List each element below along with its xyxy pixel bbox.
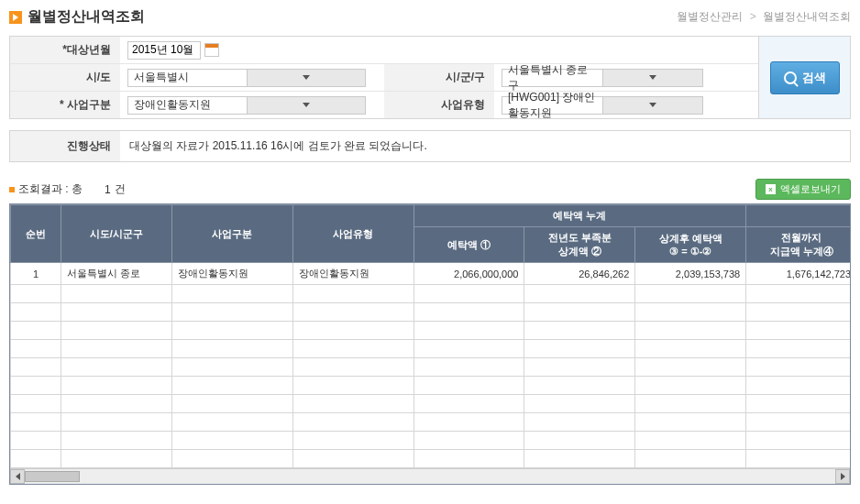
search-icon — [784, 71, 797, 84]
scroll-thumb[interactable] — [25, 471, 80, 482]
col-sido[interactable]: 시도/시군구 — [61, 205, 171, 263]
col-group-deposit: 예탁액 누계 — [413, 205, 746, 227]
cell-bizdiv: 장애인활동지원 — [171, 263, 292, 285]
scroll-right-icon[interactable] — [835, 469, 850, 484]
cell-offset: 26,846,262 — [524, 263, 635, 285]
chevron-down-icon — [247, 70, 366, 86]
search-button-label: 검색 — [802, 70, 826, 86]
table-row — [11, 358, 851, 377]
table-row — [11, 322, 851, 340]
col-after[interactable]: 상계후 예탁액 ③ = ①-② — [635, 227, 746, 263]
result-label: 조회결과 : 총 — [18, 181, 83, 197]
page-header: 월별정산내역조회 월별정산관리 > 월별정산내역조회 — [9, 7, 851, 27]
table-row[interactable]: 1 서울특별시 종로 장애인활동지원 장애인활동지원 2,066,000,000… — [11, 263, 851, 285]
export-label: 엑셀로보내기 — [780, 182, 841, 196]
cell-after: 2,039,153,738 — [635, 263, 746, 285]
chevron-down-icon — [602, 97, 703, 114]
horizontal-scrollbar[interactable] — [10, 468, 850, 484]
biz-type-select[interactable]: [HWG001] 장애인활동지원 — [502, 96, 703, 115]
sigungu-value: 서울특별시 종로구 — [502, 62, 602, 93]
calendar-icon[interactable] — [204, 43, 219, 57]
label-sigungu: 시/군/구 — [384, 64, 494, 91]
sido-select[interactable]: 서울특별시 — [127, 69, 366, 87]
breadcrumb-item[interactable]: 월별정산관리 — [677, 10, 743, 23]
search-button[interactable]: 검색 — [770, 61, 840, 94]
label-biz-div: * 사업구분 — [10, 92, 120, 118]
breadcrumb: 월별정산관리 > 월별정산내역조회 — [677, 9, 851, 25]
biz-type-value: [HWG001] 장애인활동지원 — [502, 90, 602, 121]
chevron-down-icon — [247, 97, 366, 114]
label-biz-type: 사업유형 — [384, 92, 494, 118]
chevron-down-icon — [602, 70, 703, 86]
table-row — [11, 377, 851, 395]
table-row — [11, 450, 851, 468]
breadcrumb-item: 월별정산내역조회 — [763, 10, 851, 23]
result-grid: 순번 시도/시군구 사업구분 사업유형 예탁액 누계 지 급 액 예탁액 ① 전… — [9, 203, 851, 485]
chevron-right-icon: > — [750, 10, 756, 23]
bullet-icon — [9, 187, 15, 192]
col-offset[interactable]: 전년도 부족분 상계액 ② — [524, 227, 635, 263]
target-ym-input[interactable] — [127, 41, 201, 60]
sigungu-select[interactable]: 서울특별시 종로구 — [502, 69, 703, 87]
col-group-payment: 지 급 액 — [746, 205, 850, 227]
table-row — [11, 395, 851, 413]
cell-biztype: 장애인활동지원 — [292, 263, 413, 285]
status-panel: 진행상태 대상월의 자료가 2015.11.16 16시에 검토가 완료 되었습… — [9, 130, 851, 162]
page-title: 월별정산내역조회 — [28, 7, 145, 27]
cell-sido: 서울특별시 종로 — [61, 263, 171, 285]
cell-seq: 1 — [11, 263, 61, 285]
result-unit: 건 — [115, 181, 126, 197]
sido-value: 서울특별시 — [128, 70, 247, 85]
table-row — [11, 432, 851, 450]
table-row — [11, 340, 851, 358]
cell-deposit: 2,066,000,000 — [413, 263, 524, 285]
col-prev[interactable]: 전월까지 지급액 누계④ — [746, 227, 850, 263]
search-panel: *대상년월 시/도 서울특별시 — [9, 36, 851, 119]
label-target-ym: *대상년월 — [10, 37, 120, 63]
biz-div-value: 장애인활동지원 — [128, 97, 247, 113]
status-value: 대상월의 자료가 2015.11.16 16시에 검토가 완료 되었습니다. — [120, 131, 850, 161]
excel-icon: x — [766, 184, 776, 194]
table-row — [11, 285, 851, 303]
col-bizdiv[interactable]: 사업구분 — [171, 205, 292, 263]
export-excel-button[interactable]: x 엑셀로보내기 — [755, 179, 851, 200]
table-row — [11, 303, 851, 322]
result-count: 1 — [105, 183, 111, 196]
col-seq[interactable]: 순번 — [11, 205, 61, 263]
scroll-left-icon[interactable] — [10, 469, 25, 484]
biz-div-select[interactable]: 장애인활동지원 — [127, 96, 366, 115]
col-deposit[interactable]: 예탁액 ① — [413, 227, 524, 263]
col-biztype[interactable]: 사업유형 — [292, 205, 413, 263]
cell-prev: 1,676,142,723 — [746, 263, 850, 285]
title-bullet-icon — [9, 11, 22, 24]
table-row — [11, 413, 851, 432]
label-status: 진행상태 — [10, 131, 120, 161]
label-sido: 시/도 — [10, 64, 120, 91]
